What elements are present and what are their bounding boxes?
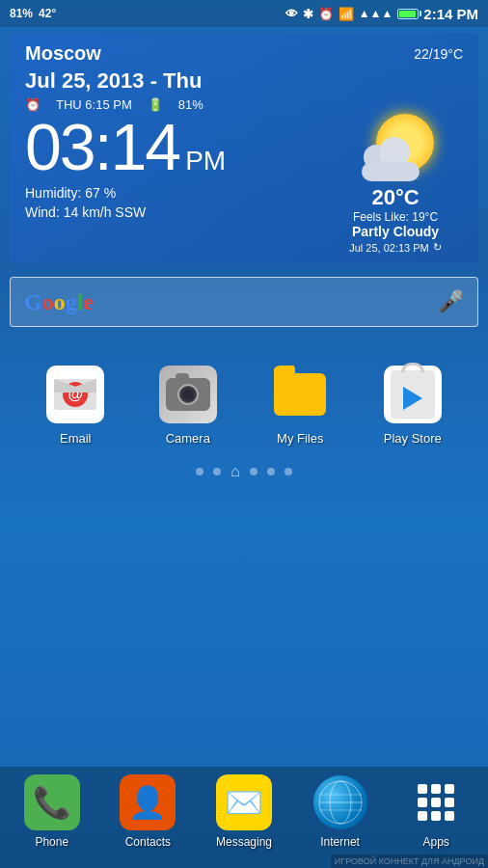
status-left: 81% 42° [10,7,56,20]
weather-icon [352,114,439,181]
eye-icon: 👁 [285,7,298,21]
myfiles-label: My Files [277,431,323,446]
email-envelope: @ [54,379,96,410]
dock-messaging[interactable]: ✉️ Messaging [203,774,285,849]
dock-apps[interactable]: Apps [395,774,477,849]
contacts-label: Contacts [125,835,171,849]
time-display: 2:14 PM [423,6,478,22]
camera-label: Camera [166,431,210,446]
current-temp: 20°C [371,185,419,210]
messaging-label: Messaging [216,835,272,849]
messaging-icon: ✉️ [216,774,272,830]
phone-icon: 📞 [24,774,80,830]
date-display: Jul 25, 2013 - Thu [25,68,463,94]
clock-row: 03:14 PM [25,114,328,179]
page-dot-2[interactable] [213,468,221,475]
home-indicator[interactable]: ⌂ [230,463,240,480]
search-bar[interactable]: Google 🎤 [10,277,478,327]
battery-level-weather: 81% [178,97,203,112]
wifi-icon: 📶 [339,7,354,21]
apps-label: Apps [422,835,448,849]
dock-internet[interactable]: Internet [299,774,381,849]
email-label: Email [60,431,92,446]
update-time: Jul 25, 02:13 PM ↻ [349,241,442,254]
humidity: Humidity: 67 % [25,185,328,201]
city-name: Moscow [25,42,101,65]
refresh-icon[interactable]: ↻ [433,241,442,254]
app-myfiles[interactable]: My Files [261,366,339,446]
myfiles-icon [271,366,329,423]
internet-icon [312,774,368,830]
play-triangle [403,387,422,410]
camera-icon [159,366,217,423]
dock-phone[interactable]: 📞 Phone [11,774,93,849]
battery-icon [397,9,419,19]
main-weather-content: 03:14 PM Humidity: 67 % Wind: 14 km/h SS… [25,114,463,254]
status-bar: 81% 42° 👁 ✱ ⏰ 📶 ▲▲▲ 2:14 PM [0,0,488,27]
phone-label: Phone [35,835,68,849]
app-email[interactable]: @ Email [37,366,114,446]
alarm-icon: ⏰ [318,7,334,21]
wind: Wind: 14 km/h SSW [25,204,328,220]
app-playstore[interactable]: Play Store [374,366,451,446]
email-icon: @ [46,366,104,423]
camera-body [166,378,210,411]
internet-label: Internet [320,835,360,849]
temp-range: 22/19°C [414,46,463,62]
clock-time: 03:14 [25,114,179,179]
clock-ampm: PM [185,146,226,176]
bluetooth-icon: ✱ [303,7,313,21]
battery-percent-text: 81% [10,7,33,20]
folder-shape [274,373,326,416]
page-dot-4[interactable] [250,468,258,475]
app-camera[interactable]: Camera [149,366,227,446]
google-logo: Google [24,289,94,315]
page-indicators: ⌂ [0,463,488,480]
globe [313,775,367,829]
microphone-icon[interactable]: 🎤 [438,289,464,314]
weather-condition: Partly Cloudy [352,224,439,239]
playstore-icon [384,366,442,423]
page-dot-5[interactable] [267,468,275,475]
signal-icon: ▲▲▲ [359,7,393,20]
apps-grid [412,778,460,827]
feels-like: Feels Like: 19°C [353,210,438,224]
weather-right: 20°C Feels Like: 19°C Partly Cloudy Jul … [328,114,463,254]
playstore-bag [391,370,435,419]
weather-widget: Moscow 22/19°C Jul 25, 2013 - Thu ⏰ THU … [10,33,478,263]
dock-contacts[interactable]: 👤 Contacts [107,774,189,849]
app-grid: @ Email Camera My Files P [0,337,488,455]
city-row: Moscow 22/19°C [25,42,463,65]
status-right: 👁 ✱ ⏰ 📶 ▲▲▲ 2:14 PM [285,6,478,22]
page-dot-1[interactable] [196,468,203,475]
watermark: ИГРОВОЙ КОННЕКТ ДЛЯ АНДРОИД [331,854,488,868]
temperature-text: 42° [39,7,56,20]
contacts-icon: 👤 [120,774,176,830]
apps-icon [408,774,464,830]
playstore-label: Play Store [384,431,442,446]
dock: 📞 Phone 👤 Contacts ✉️ Messaging [0,767,488,868]
update-time-text: Jul 25, 02:13 PM [349,242,429,254]
page-dot-6[interactable] [285,468,292,475]
weather-left: 03:14 PM Humidity: 67 % Wind: 14 km/h SS… [25,114,328,220]
camera-lens [177,384,199,405]
